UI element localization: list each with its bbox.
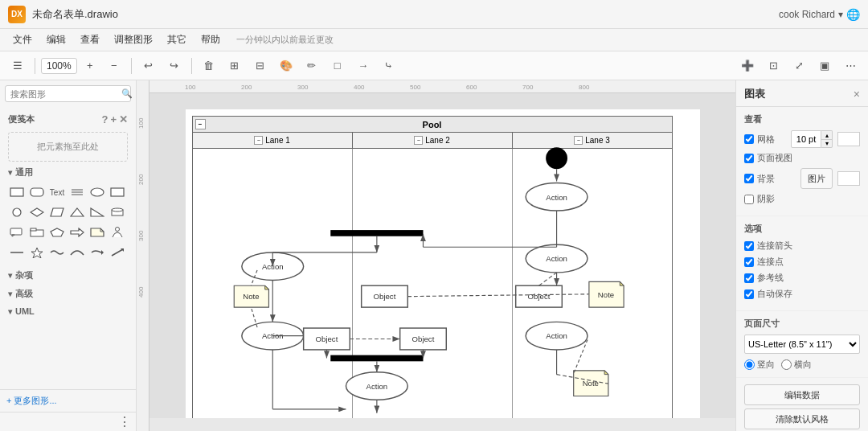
page-size-select[interactable]: US-Letter (8.5" x 11") bbox=[744, 335, 860, 354]
pool-collapse-btn[interactable]: − bbox=[195, 119, 206, 129]
panel-toggle-btn[interactable]: ▣ bbox=[813, 55, 836, 76]
favorites-settings-btn[interactable]: ✕ bbox=[119, 113, 128, 125]
lane2-collapse[interactable]: − bbox=[414, 136, 423, 145]
format2-btn[interactable]: ⊟ bbox=[249, 55, 272, 76]
shape-diamond[interactable] bbox=[28, 203, 46, 221]
shape-diagonal-arrow[interactable] bbox=[108, 244, 126, 261]
zoom-display[interactable]: 100% bbox=[41, 58, 77, 74]
background-image-btn[interactable]: 图片 bbox=[800, 168, 833, 189]
shape-ellipse[interactable] bbox=[88, 183, 106, 201]
lane3-collapse[interactable]: − bbox=[574, 136, 583, 145]
shape-cylinder[interactable] bbox=[108, 203, 126, 221]
general-label[interactable]: 通用 bbox=[3, 165, 133, 180]
shape-curved-arrow[interactable] bbox=[88, 244, 106, 261]
connect-arrows-checkbox[interactable] bbox=[744, 241, 754, 251]
toolbar-sep-2 bbox=[131, 58, 132, 74]
shape-tab[interactable] bbox=[28, 224, 46, 241]
shape-arc[interactable] bbox=[68, 244, 86, 261]
format-btn[interactable]: ⊞ bbox=[223, 55, 246, 76]
connect-arrows-label: 连接箭头 bbox=[744, 240, 860, 252]
menu-file[interactable]: 文件 bbox=[6, 31, 39, 48]
menu-help[interactable]: 帮助 bbox=[194, 31, 227, 48]
connect-points-checkbox[interactable] bbox=[744, 257, 754, 267]
portrait-option[interactable]: 竖向 bbox=[744, 359, 775, 371]
diagram-container[interactable]: − Pool − Lane 1 − Lane 2 bbox=[149, 93, 735, 418]
shape-lines[interactable] bbox=[68, 183, 86, 201]
favorites-drop-zone[interactable]: 把元素拖至此处 bbox=[8, 132, 128, 162]
search-box[interactable]: 🔍 bbox=[5, 85, 131, 102]
fit-btn[interactable]: ⊡ bbox=[762, 55, 784, 76]
shape-right-triangle[interactable] bbox=[88, 203, 106, 221]
user-dropdown-icon[interactable]: ▾ bbox=[838, 9, 843, 20]
sidebar-toggle-btn[interactable]: ☰ bbox=[6, 55, 29, 76]
shape-wave[interactable] bbox=[48, 244, 66, 261]
landscape-radio[interactable] bbox=[781, 359, 792, 370]
advanced-label[interactable]: 高级 bbox=[3, 286, 133, 302]
lane1-collapse[interactable]: − bbox=[254, 136, 263, 145]
options-section: 选项 连接箭头 连接点 参考线 bbox=[736, 216, 868, 311]
shape-rect[interactable] bbox=[8, 183, 26, 201]
fill-color-btn[interactable]: 🎨 bbox=[275, 55, 297, 76]
add-shape-btn[interactable]: ➕ bbox=[736, 55, 759, 76]
line-color-btn[interactable]: ✏ bbox=[301, 55, 323, 76]
grid-checkbox[interactable] bbox=[744, 134, 754, 144]
globe-icon[interactable]: 🌐 bbox=[846, 8, 860, 21]
shape-star[interactable] bbox=[28, 244, 46, 261]
autosave-checkbox[interactable] bbox=[744, 289, 754, 299]
background-row: 背景 图片 bbox=[744, 168, 860, 189]
background-checkbox[interactable] bbox=[744, 174, 754, 183]
grid-up-btn[interactable]: ▴ bbox=[821, 130, 833, 139]
grid-color-swatch[interactable] bbox=[837, 132, 860, 146]
shape-text[interactable]: Text bbox=[48, 183, 66, 201]
edit-data-btn[interactable]: 编辑数据 bbox=[744, 384, 860, 405]
waypoint-btn[interactable]: ⤷ bbox=[378, 55, 400, 76]
background-color-swatch[interactable] bbox=[837, 171, 860, 186]
menu-arrange[interactable]: 调整图形 bbox=[108, 31, 159, 48]
misc-label[interactable]: 杂项 bbox=[3, 268, 133, 283]
grid-value-field[interactable] bbox=[791, 130, 821, 148]
uml-label[interactable]: UML bbox=[3, 305, 133, 318]
delete-btn[interactable]: 🗑 bbox=[198, 55, 220, 76]
shape-parallelogram[interactable] bbox=[48, 203, 66, 221]
favorites-help-btn[interactable]: ? bbox=[101, 113, 108, 125]
sidebar-more-btn[interactable]: ⋮ bbox=[118, 414, 131, 429]
shape-note[interactable] bbox=[88, 224, 106, 241]
favorites-add-btn[interactable]: + bbox=[110, 113, 117, 125]
shape-person[interactable] bbox=[108, 224, 126, 241]
shape-pentagon[interactable] bbox=[48, 224, 66, 241]
guidelines-checkbox[interactable] bbox=[744, 273, 754, 283]
redo-btn[interactable]: ↪ bbox=[163, 55, 186, 76]
diagram-canvas[interactable]: − Pool − Lane 1 − Lane 2 bbox=[186, 109, 700, 418]
more-shapes-link[interactable]: + 更多图形... bbox=[6, 396, 57, 405]
shape-btn[interactable]: □ bbox=[326, 55, 349, 76]
shape-circle[interactable] bbox=[8, 203, 26, 221]
menu-view[interactable]: 查看 bbox=[74, 31, 106, 48]
page-view-checkbox[interactable] bbox=[744, 154, 754, 163]
shape-arrow[interactable] bbox=[68, 224, 86, 241]
more-btn[interactable]: ⋯ bbox=[839, 55, 862, 76]
shape-callout[interactable] bbox=[8, 224, 26, 241]
panel-close-btn[interactable]: × bbox=[854, 88, 860, 101]
menu-edit[interactable]: 编辑 bbox=[40, 31, 72, 48]
shape-rect2[interactable] bbox=[108, 183, 126, 201]
clear-defaults-btn[interactable]: 清除默认风格 bbox=[744, 408, 860, 429]
zoom-out-btn[interactable]: − bbox=[103, 55, 125, 76]
landscape-option[interactable]: 横向 bbox=[781, 359, 812, 371]
connector-btn[interactable]: → bbox=[352, 55, 375, 76]
shadow-checkbox[interactable] bbox=[744, 195, 754, 204]
shadow-row: 阴影 bbox=[744, 193, 860, 205]
portrait-radio[interactable] bbox=[744, 359, 755, 370]
menu-extra[interactable]: 其它 bbox=[161, 31, 193, 48]
favorites-header[interactable]: 便笺本 ? + ✕ bbox=[3, 110, 133, 129]
shape-rounded-rect[interactable] bbox=[28, 183, 46, 201]
canvas-area[interactable]: 100 200 300 400 500 600 700 800 100 200 … bbox=[137, 80, 735, 431]
shape-double-arrow[interactable] bbox=[8, 244, 26, 261]
search-input[interactable] bbox=[10, 89, 121, 99]
shape-triangle[interactable] bbox=[68, 203, 86, 221]
zoom-in-btn[interactable]: + bbox=[79, 55, 101, 76]
grid-size-input[interactable]: ▴ ▾ bbox=[791, 130, 833, 148]
fullscreen-btn[interactable]: ⤢ bbox=[788, 55, 810, 76]
user-area[interactable]: cook Richard ▾ 🌐 bbox=[779, 8, 860, 21]
undo-btn[interactable]: ↩ bbox=[137, 55, 160, 76]
grid-down-btn[interactable]: ▾ bbox=[821, 139, 833, 148]
